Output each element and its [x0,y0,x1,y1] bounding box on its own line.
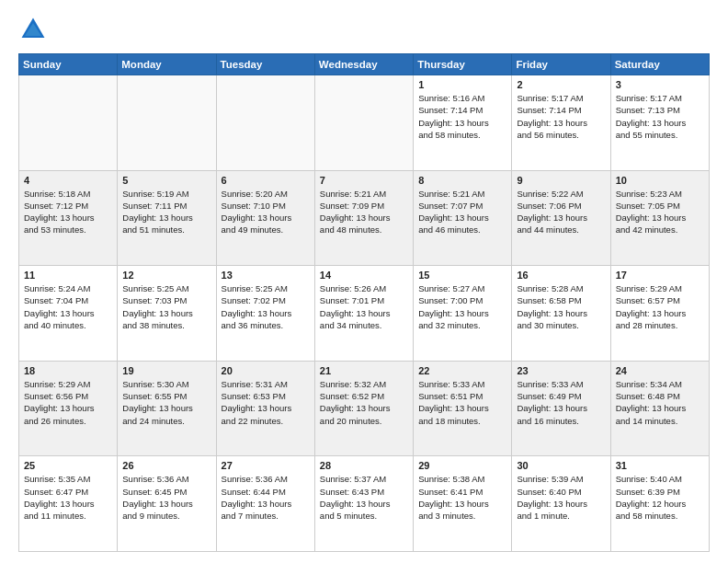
header-row: SundayMondayTuesdayWednesdayThursdayFrid… [19,54,710,75]
day-info-line: Sunrise: 5:16 AM [418,92,506,104]
day-number: 11 [24,270,112,281]
day-info-line: Sunrise: 5:17 AM [616,92,704,104]
day-info-line: Sunset: 7:13 PM [616,104,704,116]
day-cell: 8Sunrise: 5:21 AMSunset: 7:07 PMDaylight… [414,170,512,266]
day-info-line: Daylight: 13 hours [517,212,605,224]
day-info-line: and 22 minutes. [222,415,310,427]
day-info-line: Sunrise: 5:19 AM [122,188,210,200]
day-number: 9 [517,175,605,186]
day-cell: 29Sunrise: 5:38 AMSunset: 6:41 PMDayligh… [414,456,512,552]
week-row-3: 18Sunrise: 5:29 AMSunset: 6:56 PMDayligh… [19,361,710,456]
day-cell: 19Sunrise: 5:30 AMSunset: 6:55 PMDayligh… [118,361,216,456]
day-number: 7 [320,175,408,186]
day-info-line: Daylight: 13 hours [24,498,112,510]
day-info-line: Sunset: 6:57 PM [616,294,704,306]
day-info-line: Sunrise: 5:22 AM [517,188,605,200]
day-info-line: Daylight: 13 hours [320,402,408,414]
day-info-line: Daylight: 13 hours [517,307,605,319]
day-info-line: Sunrise: 5:17 AM [517,92,605,104]
day-info-line: Daylight: 13 hours [517,117,605,129]
day-info-line: Sunrise: 5:34 AM [616,378,704,390]
day-cell [118,75,216,171]
day-info-line: Sunset: 7:10 PM [222,200,310,212]
day-info-line: Sunset: 7:12 PM [24,200,112,212]
week-row-4: 25Sunrise: 5:35 AMSunset: 6:47 PMDayligh… [19,456,710,552]
day-info-line: and 9 minutes. [122,510,210,522]
day-info-line: Daylight: 13 hours [517,498,605,510]
day-cell: 10Sunrise: 5:23 AMSunset: 7:05 PMDayligh… [610,170,709,266]
day-info-line: and 42 minutes. [616,224,704,236]
day-number: 14 [320,270,408,281]
day-cell: 13Sunrise: 5:25 AMSunset: 7:02 PMDayligh… [216,266,314,362]
day-info-line: Sunset: 7:07 PM [418,200,506,212]
day-cell: 31Sunrise: 5:40 AMSunset: 6:39 PMDayligh… [610,456,709,552]
day-info-line: Sunrise: 5:31 AM [222,378,310,390]
day-info-line: Sunset: 7:03 PM [122,294,210,306]
day-cell: 6Sunrise: 5:20 AMSunset: 7:10 PMDaylight… [216,170,314,266]
day-number: 22 [418,365,506,376]
day-info-line: Sunrise: 5:21 AM [418,188,506,200]
day-info-line: Daylight: 13 hours [24,402,112,414]
day-info-line: Sunset: 6:45 PM [122,486,210,498]
day-info-line: Sunset: 7:09 PM [320,200,408,212]
week-row-2: 11Sunrise: 5:24 AMSunset: 7:04 PMDayligh… [19,266,710,362]
day-cell [314,75,413,171]
day-info-line: Sunset: 6:58 PM [517,294,605,306]
day-cell: 7Sunrise: 5:21 AMSunset: 7:09 PMDaylight… [314,170,413,266]
day-info-line: and 32 minutes. [418,319,506,331]
day-info-line: and 1 minute. [517,510,605,522]
day-header-saturday: Saturday [610,54,709,75]
day-info-line: Daylight: 13 hours [222,498,310,510]
day-info-line: Sunrise: 5:40 AM [616,473,704,485]
day-info-line: Daylight: 13 hours [24,212,112,224]
calendar: SundayMondayTuesdayWednesdayThursdayFrid… [18,53,710,552]
day-number: 27 [222,460,310,471]
day-info-line: and 11 minutes. [24,510,112,522]
day-info-line: Daylight: 13 hours [222,212,310,224]
day-cell: 11Sunrise: 5:24 AMSunset: 7:04 PMDayligh… [19,266,118,362]
day-info-line: Sunset: 6:41 PM [418,486,506,498]
day-info-line: Sunrise: 5:37 AM [320,473,408,485]
day-info-line: and 34 minutes. [320,319,408,331]
day-info-line: Daylight: 13 hours [320,307,408,319]
day-info-line: Sunrise: 5:29 AM [616,282,704,294]
day-number: 20 [222,365,310,376]
day-info-line: Sunrise: 5:29 AM [24,378,112,390]
day-info-line: Sunset: 6:39 PM [616,486,704,498]
day-info-line: Daylight: 13 hours [222,307,310,319]
day-number: 5 [122,175,210,186]
day-info-line: Sunset: 7:04 PM [24,294,112,306]
day-info-line: Sunrise: 5:28 AM [517,282,605,294]
day-info-line: Sunset: 6:52 PM [320,390,408,402]
day-info-line: Sunset: 6:51 PM [418,390,506,402]
day-info-line: Sunrise: 5:38 AM [418,473,506,485]
day-cell: 30Sunrise: 5:39 AMSunset: 6:40 PMDayligh… [512,456,610,552]
day-cell: 3Sunrise: 5:17 AMSunset: 7:13 PMDaylight… [610,75,709,171]
day-info-line: and 5 minutes. [320,510,408,522]
day-number: 18 [24,365,112,376]
day-info-line: and 28 minutes. [616,319,704,331]
day-info-line: and 16 minutes. [517,415,605,427]
day-cell: 27Sunrise: 5:36 AMSunset: 6:44 PMDayligh… [216,456,314,552]
page: SundayMondayTuesdayWednesdayThursdayFrid… [0,0,728,563]
day-info-line: and 38 minutes. [122,319,210,331]
day-cell [19,75,118,171]
day-number: 26 [122,460,210,471]
day-cell: 12Sunrise: 5:25 AMSunset: 7:03 PMDayligh… [118,266,216,362]
day-cell: 23Sunrise: 5:33 AMSunset: 6:49 PMDayligh… [512,361,610,456]
day-number: 12 [122,270,210,281]
week-row-0: 1Sunrise: 5:16 AMSunset: 7:14 PMDaylight… [19,75,710,171]
day-info-line: and 40 minutes. [24,319,112,331]
day-info-line: Daylight: 13 hours [320,212,408,224]
day-number: 2 [517,79,605,90]
day-info-line: Sunset: 7:02 PM [222,294,310,306]
day-info-line: Daylight: 13 hours [418,307,506,319]
day-info-line: Sunrise: 5:33 AM [418,378,506,390]
day-info-line: Daylight: 13 hours [122,212,210,224]
day-number: 29 [418,460,506,471]
day-info-line: and 14 minutes. [616,415,704,427]
day-info-line: Sunset: 6:44 PM [222,486,310,498]
day-info-line: Daylight: 13 hours [616,212,704,224]
day-cell: 5Sunrise: 5:19 AMSunset: 7:11 PMDaylight… [118,170,216,266]
day-info-line: Sunset: 7:14 PM [418,104,506,116]
